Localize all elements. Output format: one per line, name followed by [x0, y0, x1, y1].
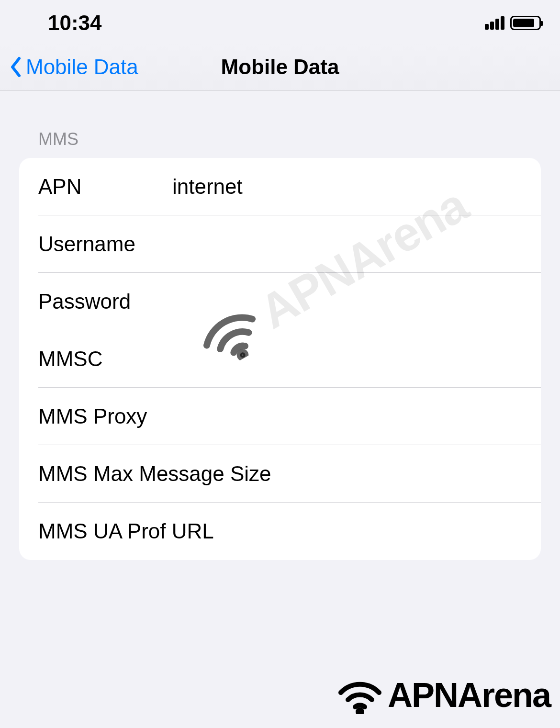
settings-row-mmsc[interactable]: MMSC [19, 330, 541, 388]
settings-row-password[interactable]: Password [19, 273, 541, 330]
battery-icon [510, 16, 541, 30]
row-label-mms-max-size: MMS Max Message Size [38, 462, 271, 486]
back-label: Mobile Data [26, 55, 138, 79]
apn-field[interactable] [172, 175, 522, 199]
password-field[interactable] [172, 290, 522, 314]
row-label-mms-proxy: MMS Proxy [38, 404, 172, 428]
row-label-username: Username [38, 232, 172, 256]
settings-row-mms-max-size[interactable]: MMS Max Message Size [19, 445, 541, 503]
status-time: 10:34 [48, 11, 102, 35]
cellular-signal-icon [485, 16, 504, 30]
row-label-mmsc: MMSC [38, 347, 172, 371]
username-field[interactable] [172, 232, 522, 256]
chevron-left-icon [10, 56, 22, 78]
content: MMS APN Username Password MMSC MMS Proxy… [0, 91, 560, 560]
back-button[interactable]: Mobile Data [10, 55, 138, 79]
wifi-icon [336, 676, 384, 714]
page-title: Mobile Data [221, 55, 339, 79]
row-label-mms-ua-prof: MMS UA Prof URL [38, 519, 214, 543]
section-header-mms: MMS [0, 129, 560, 158]
settings-group-mms: APN Username Password MMSC MMS Proxy MMS… [19, 158, 541, 560]
svg-point-1 [358, 710, 362, 714]
status-bar: 10:34 [0, 0, 560, 43]
mms-ua-prof-field[interactable] [214, 519, 522, 543]
row-label-password: Password [38, 290, 172, 314]
settings-row-mms-ua-prof[interactable]: MMS UA Prof URL [19, 503, 541, 560]
row-label-apn: APN [38, 175, 172, 199]
navigation-bar: Mobile Data Mobile Data [0, 43, 560, 91]
settings-row-username[interactable]: Username [19, 215, 541, 273]
mmsc-field[interactable] [172, 347, 522, 371]
mms-max-size-field[interactable] [271, 462, 534, 486]
settings-row-mms-proxy[interactable]: MMS Proxy [19, 388, 541, 445]
settings-row-apn[interactable]: APN [19, 158, 541, 215]
mms-proxy-field[interactable] [172, 404, 522, 428]
status-indicators [485, 16, 541, 30]
footer-logo: APNArena [336, 675, 550, 715]
